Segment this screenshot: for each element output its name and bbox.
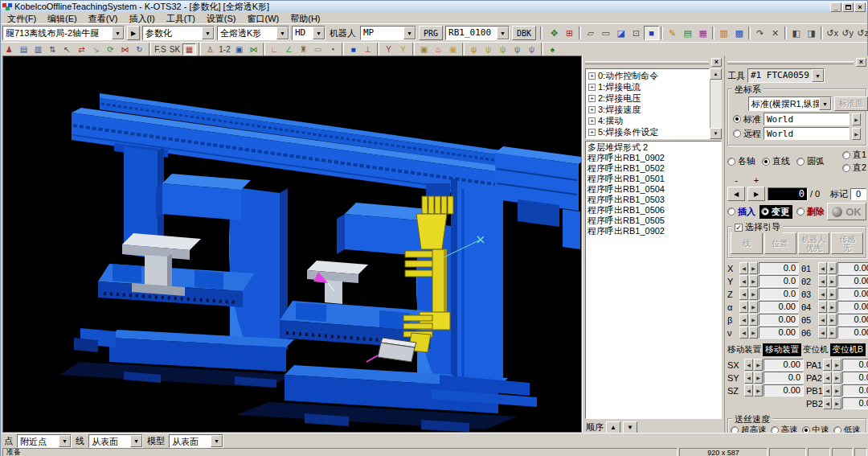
torch-yellow-icon[interactable]: Y	[396, 43, 410, 55]
dropdown-icon[interactable]: ▼	[819, 97, 831, 110]
tree-item[interactable]: + 2:焊接电压	[586, 92, 709, 104]
program-step-list[interactable]: 多层堆焊形式 2程序呼出RB1_0902程序呼出RB1_0502程序呼出RB1_…	[585, 141, 722, 419]
stamp-icon[interactable]: ♜	[297, 43, 310, 55]
robot-combo[interactable]: MP ▼	[360, 26, 416, 40]
axis-value-field[interactable]: 0.00	[837, 288, 868, 300]
increment-icon[interactable]: ▶	[749, 262, 758, 274]
probe-icon[interactable]: ⊥	[361, 43, 375, 55]
decrement-icon[interactable]: ◀	[739, 288, 748, 300]
decrement-icon[interactable]: ◀	[744, 384, 753, 396]
tree-item[interactable]: + 4:摆动	[586, 115, 709, 126]
program-list-item[interactable]: 多层堆焊形式 2	[588, 142, 719, 153]
panel-close-button[interactable]: ×	[711, 58, 722, 67]
program-number-combo[interactable]: RB1_0100 ▼	[445, 26, 510, 40]
pan-icon[interactable]: ✥	[547, 26, 562, 40]
swap-step-icon[interactable]: ⇄	[75, 43, 88, 55]
increment-icon[interactable]: ▶	[749, 275, 758, 287]
operator-step-icon[interactable]: ♙	[203, 43, 217, 55]
parametric-combo[interactable]: 参数化 ▼	[142, 26, 215, 40]
rotate-z-icon[interactable]: ↺z	[855, 26, 868, 40]
torch-pose2-icon[interactable]: ψ	[481, 43, 495, 55]
corner-in-icon[interactable]: ∟	[268, 43, 281, 55]
increment-icon[interactable]: ▶	[833, 397, 841, 409]
line-snap-combo[interactable]: 从表面 ▼	[88, 434, 143, 448]
operator-icon[interactable]: ♟	[2, 43, 16, 55]
torch-pose3-icon[interactable]: ψ	[496, 43, 510, 55]
decrement-icon[interactable]: ◀	[823, 384, 832, 396]
step-prev-button[interactable]: ◀	[727, 187, 745, 201]
axis-value-field[interactable]: 0.00	[842, 397, 868, 409]
coordinate-combo[interactable]: 标准(横摆R1,纵摆 ▼	[748, 97, 832, 111]
weld-file-icon[interactable]: ▣	[446, 43, 460, 55]
fs-te-icon[interactable]: F.S	[154, 43, 167, 55]
axis-value-field[interactable]: 0.00	[842, 372, 868, 384]
increment-icon[interactable]: ▶	[749, 288, 758, 300]
decrement-icon[interactable]: ◀	[739, 275, 748, 287]
sequence-down-button[interactable]: ▼	[623, 421, 637, 433]
guide-position-button[interactable]: 位置	[764, 232, 796, 254]
torch-pose1-icon[interactable]: ψ	[467, 43, 481, 55]
dropdown-icon[interactable]: ▼	[812, 69, 824, 82]
view-solid-icon[interactable]: ■	[644, 26, 659, 40]
layout-side-icon[interactable]: ◨	[804, 26, 819, 40]
increment-icon[interactable]: ▶	[754, 384, 763, 396]
sequence-up-button[interactable]: ▲	[606, 421, 620, 433]
texture-grid2-icon[interactable]: ▩	[731, 26, 747, 40]
axis-value-field[interactable]: 0.00	[764, 384, 804, 396]
remote-coord-field[interactable]: World	[764, 127, 850, 140]
palette-grid-icon[interactable]: ▤	[680, 26, 695, 40]
dropdown-icon[interactable]: ▼	[497, 27, 509, 39]
view-shaded-edge-icon[interactable]: ⊡	[628, 26, 644, 40]
ok-button[interactable]: OK	[827, 203, 866, 220]
increment-icon[interactable]: ▶	[828, 275, 837, 287]
increment-icon[interactable]: ▶	[833, 372, 841, 384]
menu-item[interactable]: 设置(S)	[201, 13, 242, 24]
mark-field[interactable]: 0	[850, 188, 866, 200]
tree-item[interactable]: + 0:动作控制命令	[586, 70, 709, 81]
program-list-item[interactable]: 程序呼出RB1_0504	[588, 184, 719, 195]
line1-radio[interactable]: 直1	[842, 149, 866, 161]
rotate-x-icon[interactable]: ↺x	[825, 26, 840, 40]
each-axis-radio[interactable]: 各轴	[727, 155, 755, 167]
dropdown-icon[interactable]: ▼	[59, 435, 71, 447]
insert-radio[interactable]: 插入	[727, 206, 755, 218]
menu-item[interactable]: 帮助(H)	[285, 13, 326, 24]
step-order-icon[interactable]: ⇅	[46, 43, 59, 55]
increment-icon[interactable]: ▶	[828, 262, 837, 274]
increment-icon[interactable]: ▶	[754, 359, 763, 371]
tree-item[interactable]: + 5:焊接条件设定	[586, 126, 709, 138]
program-list-item[interactable]: 程序呼出RB1_0506	[588, 205, 719, 216]
view-shaded-icon[interactable]: ◪	[613, 26, 628, 40]
paste-program-icon[interactable]: ▥	[31, 43, 45, 55]
decrement-icon[interactable]: ◀	[823, 359, 832, 371]
edit-color-icon[interactable]: ✎	[665, 26, 680, 40]
guide-line-button[interactable]: 线	[731, 232, 763, 254]
axis-value-field[interactable]: 0.00	[759, 314, 799, 326]
torch-pose4-icon[interactable]: ψ	[510, 43, 524, 55]
torch-red-icon[interactable]: Y	[382, 43, 395, 55]
menu-item[interactable]: 查看(V)	[83, 13, 124, 24]
tree-scrollbar[interactable]: ▲ ▼	[710, 68, 722, 139]
increment-icon[interactable]: ▶	[749, 301, 758, 313]
point-snap-combo[interactable]: 附近点 ▼	[17, 434, 72, 448]
minimize-button[interactable]: _	[830, 2, 841, 12]
restore-button[interactable]	[842, 2, 854, 12]
dropdown-icon[interactable]: ▼	[112, 27, 124, 39]
tool-combo[interactable]: #1 FTCA0059 ▼	[747, 68, 825, 83]
axis-value-field[interactable]: 0.00	[837, 314, 868, 326]
torch-pose5-icon[interactable]: ψ	[525, 43, 538, 55]
expand-icon[interactable]: +	[588, 95, 596, 102]
menu-item[interactable]: 窗口(W)	[242, 13, 285, 24]
decrement-icon[interactable]: ◀	[739, 327, 748, 339]
dropdown-icon[interactable]: ▼	[276, 27, 289, 39]
view-wireframe-icon[interactable]: ▱	[583, 26, 598, 40]
solid-block-icon[interactable]: ■	[346, 43, 360, 55]
dropdown-icon[interactable]: ▼	[202, 27, 214, 39]
decrement-icon[interactable]: ◀	[818, 275, 827, 287]
menu-item[interactable]: 插入(I)	[123, 13, 160, 24]
decrement-icon[interactable]: ◀	[823, 372, 832, 384]
view-hidden-line-icon[interactable]: ▭	[598, 26, 613, 40]
panel-close-button[interactable]: ×	[856, 58, 866, 67]
expand-icon[interactable]: +	[588, 117, 596, 125]
decrement-icon[interactable]: ◀	[818, 327, 827, 339]
